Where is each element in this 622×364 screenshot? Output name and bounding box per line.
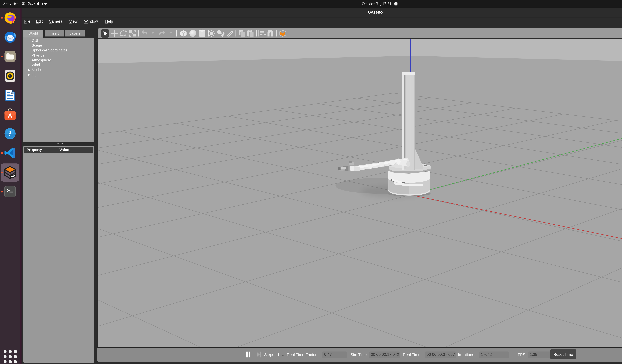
- svg-text:?: ?: [8, 129, 12, 137]
